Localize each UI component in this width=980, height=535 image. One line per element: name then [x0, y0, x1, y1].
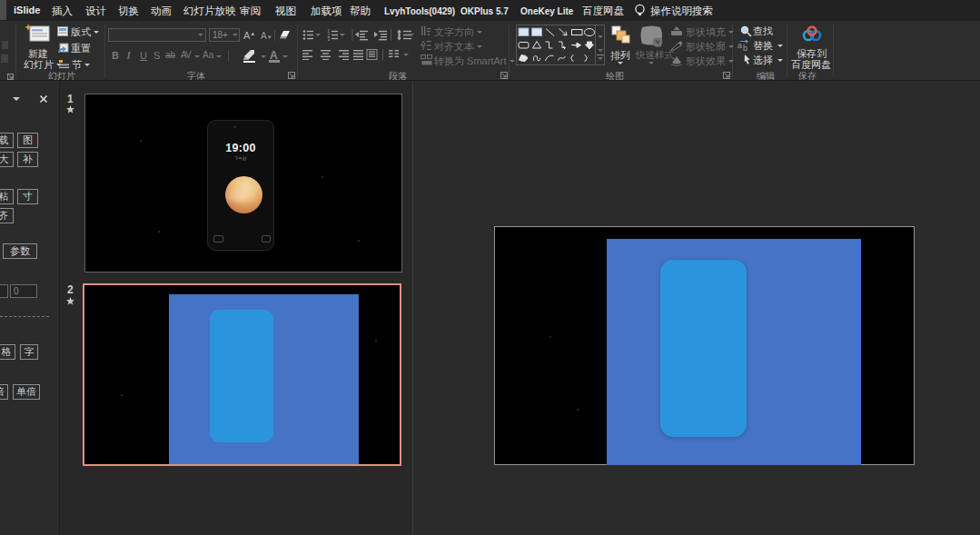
svg-text:b: b [743, 44, 747, 52]
svg-text:a: a [737, 41, 742, 50]
svg-text:3: 3 [328, 37, 331, 41]
